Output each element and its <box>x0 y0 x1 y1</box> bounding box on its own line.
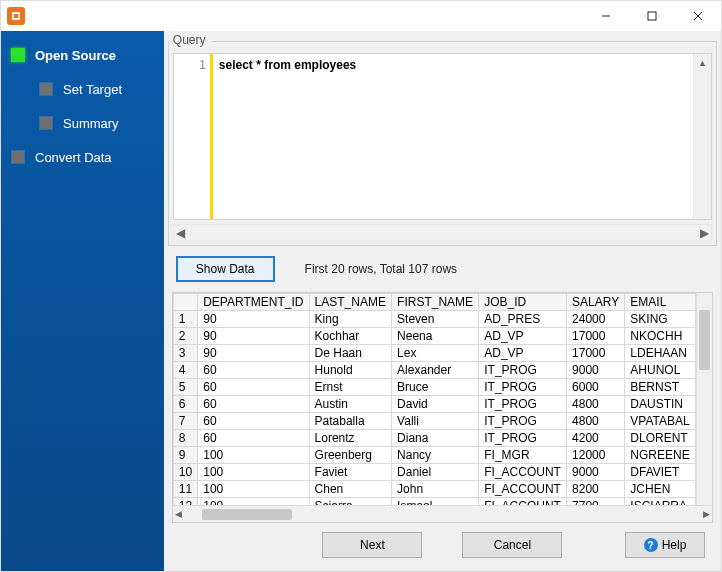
grid-hscrollbar[interactable]: ◀ ▶ <box>173 505 712 522</box>
cell[interactable]: ISCIARRA <box>625 498 695 506</box>
cell[interactable]: 17000 <box>567 345 625 362</box>
scroll-thumb[interactable] <box>699 310 710 370</box>
cell[interactable]: 90 <box>198 328 309 345</box>
cell[interactable]: King <box>309 311 392 328</box>
wizard-step-summary[interactable]: Summary <box>1 109 164 137</box>
cell[interactable]: Daniel <box>392 464 479 481</box>
cell[interactable]: De Haan <box>309 345 392 362</box>
cell[interactable]: DAUSTIN <box>625 396 695 413</box>
cell[interactable]: John <box>392 481 479 498</box>
scroll-right-icon[interactable]: ▶ <box>700 226 709 240</box>
close-button[interactable] <box>675 1 721 31</box>
maximize-button[interactable] <box>629 1 675 31</box>
cell[interactable]: 60 <box>198 430 309 447</box>
table-row[interactable]: 10100FavietDanielFI_ACCOUNT9000DFAVIET <box>173 464 695 481</box>
cell[interactable]: Nancy <box>392 447 479 464</box>
cell[interactable]: Sciarra <box>309 498 392 506</box>
cell[interactable]: Valli <box>392 413 479 430</box>
cell[interactable]: NKOCHH <box>625 328 695 345</box>
cell[interactable]: 100 <box>198 498 309 506</box>
cancel-button[interactable]: Cancel <box>462 532 562 558</box>
column-header[interactable] <box>173 294 197 311</box>
table-header-row[interactable]: DEPARTMENT_IDLAST_NAMEFIRST_NAMEJOB_IDSA… <box>173 294 695 311</box>
cell[interactable]: IT_PROG <box>479 430 567 447</box>
row-number[interactable]: 11 <box>173 481 197 498</box>
cell[interactable]: IT_PROG <box>479 379 567 396</box>
cell[interactable]: Austin <box>309 396 392 413</box>
cell[interactable]: 100 <box>198 481 309 498</box>
cell[interactable]: 24000 <box>567 311 625 328</box>
table-row[interactable]: 12100SciarraIsmaelFI_ACCOUNT7700ISCIARRA <box>173 498 695 506</box>
cell[interactable]: Greenberg <box>309 447 392 464</box>
cell[interactable]: FI_ACCOUNT <box>479 464 567 481</box>
cell[interactable]: Neena <box>392 328 479 345</box>
editor-hscrollbar[interactable]: ◀ ▶ <box>173 224 712 241</box>
cell[interactable]: 9000 <box>567 464 625 481</box>
row-number[interactable]: 5 <box>173 379 197 396</box>
table-row[interactable]: 390De HaanLexAD_VP17000LDEHAAN <box>173 345 695 362</box>
cell[interactable]: David <box>392 396 479 413</box>
cell[interactable]: IT_PROG <box>479 396 567 413</box>
scroll-up-icon[interactable]: ▲ <box>694 54 711 71</box>
cell[interactable]: Kochhar <box>309 328 392 345</box>
cell[interactable]: 4800 <box>567 396 625 413</box>
wizard-step-convert-data[interactable]: Convert Data <box>1 143 164 171</box>
table-row[interactable]: 860LorentzDianaIT_PROG4200DLORENT <box>173 430 695 447</box>
cell[interactable]: 60 <box>198 379 309 396</box>
cell[interactable]: Diana <box>392 430 479 447</box>
cell[interactable]: DLORENT <box>625 430 695 447</box>
cell[interactable]: AD_VP <box>479 328 567 345</box>
cell[interactable]: NGREENE <box>625 447 695 464</box>
cell[interactable]: 60 <box>198 396 309 413</box>
row-number[interactable]: 8 <box>173 430 197 447</box>
cell[interactable]: Lex <box>392 345 479 362</box>
row-number[interactable]: 4 <box>173 362 197 379</box>
cell[interactable]: FI_ACCOUNT <box>479 481 567 498</box>
cell[interactable]: 90 <box>198 311 309 328</box>
cell[interactable]: AHUNOL <box>625 362 695 379</box>
cell[interactable]: 100 <box>198 464 309 481</box>
row-number[interactable]: 6 <box>173 396 197 413</box>
row-number[interactable]: 1 <box>173 311 197 328</box>
grid-vscrollbar[interactable] <box>696 293 712 505</box>
cell[interactable]: Steven <box>392 311 479 328</box>
row-number[interactable]: 12 <box>173 498 197 506</box>
cell[interactable]: FI_MGR <box>479 447 567 464</box>
cell[interactable]: 4800 <box>567 413 625 430</box>
minimize-button[interactable] <box>583 1 629 31</box>
scroll-left-icon[interactable]: ◀ <box>175 509 182 519</box>
cell[interactable]: 60 <box>198 413 309 430</box>
column-header[interactable]: FIRST_NAME <box>392 294 479 311</box>
cell[interactable]: AD_PRES <box>479 311 567 328</box>
cell[interactable]: 7700 <box>567 498 625 506</box>
scroll-thumb[interactable] <box>202 509 292 520</box>
wizard-step-open-source[interactable]: Open Source <box>1 41 164 69</box>
table-row[interactable]: 560ErnstBruceIT_PROG6000BERNST <box>173 379 695 396</box>
table-row[interactable]: 760PataballaValliIT_PROG4800VPATABAL <box>173 413 695 430</box>
results-table[interactable]: DEPARTMENT_IDLAST_NAMEFIRST_NAMEJOB_IDSA… <box>173 293 696 505</box>
cell[interactable]: BERNST <box>625 379 695 396</box>
cell[interactable]: 8200 <box>567 481 625 498</box>
editor-code[interactable]: select * from employees <box>213 54 693 219</box>
cell[interactable]: AD_VP <box>479 345 567 362</box>
cell[interactable]: 60 <box>198 362 309 379</box>
column-header[interactable]: SALARY <box>567 294 625 311</box>
cell[interactable]: 100 <box>198 447 309 464</box>
table-row[interactable]: 11100ChenJohnFI_ACCOUNT8200JCHEN <box>173 481 695 498</box>
column-header[interactable]: DEPARTMENT_ID <box>198 294 309 311</box>
sql-editor[interactable]: 1 select * from employees ▲ <box>173 53 712 220</box>
column-header[interactable]: EMAIL <box>625 294 695 311</box>
wizard-step-set-target[interactable]: Set Target <box>1 75 164 103</box>
cell[interactable]: IT_PROG <box>479 362 567 379</box>
cell[interactable]: 17000 <box>567 328 625 345</box>
cell[interactable]: Pataballa <box>309 413 392 430</box>
next-button[interactable]: Next <box>322 532 422 558</box>
cell[interactable]: Lorentz <box>309 430 392 447</box>
cell[interactable]: Faviet <box>309 464 392 481</box>
cell[interactable]: 90 <box>198 345 309 362</box>
row-number[interactable]: 9 <box>173 447 197 464</box>
table-row[interactable]: 290KochharNeenaAD_VP17000NKOCHH <box>173 328 695 345</box>
row-number[interactable]: 7 <box>173 413 197 430</box>
editor-vscrollbar[interactable]: ▲ <box>693 54 711 219</box>
cell[interactable]: JCHEN <box>625 481 695 498</box>
